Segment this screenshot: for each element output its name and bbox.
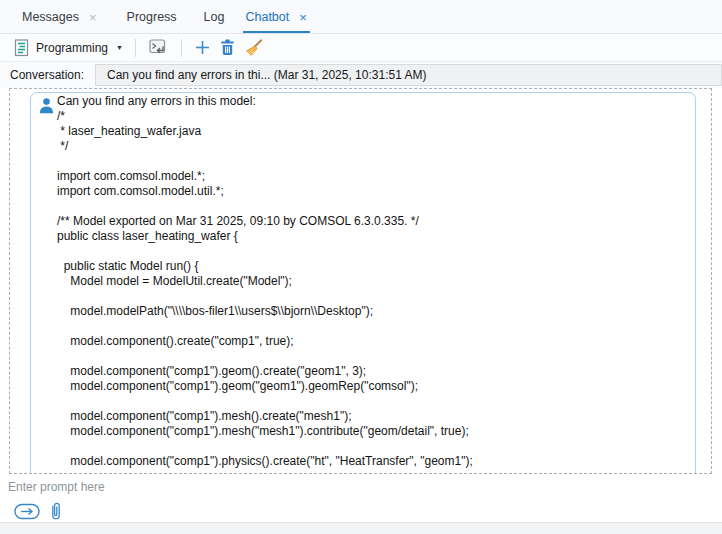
tab-label: Log (204, 10, 225, 24)
tab-label: Chatbot (245, 10, 289, 24)
tab-label: Progress (127, 10, 177, 24)
conversation-row: Conversation: Can you find any errors in… (0, 62, 722, 88)
chat-history-panel[interactable]: Can you find any errors in this model: /… (9, 88, 712, 474)
chevron-down-icon: ▼ (116, 44, 123, 51)
prompt-actions (0, 500, 722, 522)
toolbar: Programming ▼ (0, 34, 722, 62)
conversation-select[interactable]: Can you find any errors in thi... (Mar 3… (95, 64, 722, 86)
mode-label: Programming (36, 41, 108, 55)
close-icon[interactable]: × (298, 11, 308, 24)
tab-chatbot[interactable]: Chatbot × (243, 3, 309, 33)
tab-messages[interactable]: Messages × (20, 3, 100, 33)
tab-label: Messages (22, 10, 79, 24)
programming-mode-dropdown[interactable]: Programming ▼ (10, 37, 127, 59)
toolbar-separator (181, 39, 182, 57)
clear-conversation-button[interactable] (240, 37, 268, 59)
delete-conversation-button[interactable] (215, 37, 240, 58)
plus-icon (195, 40, 210, 55)
tab-progress[interactable]: Progress (125, 3, 179, 33)
user-message-text: Can you find any errors in this model: /… (57, 94, 473, 469)
programming-icon (14, 39, 30, 57)
send-button[interactable] (14, 503, 41, 520)
prompt-row (0, 474, 722, 500)
tab-bar: Messages × Progress Log Chatbot × (0, 0, 722, 34)
attach-button[interactable] (49, 501, 63, 521)
trash-icon (220, 39, 235, 56)
user-icon (39, 98, 54, 114)
prompt-input[interactable] (0, 474, 722, 500)
new-conversation-button[interactable] (190, 38, 215, 57)
tab-log[interactable]: Log (202, 3, 227, 33)
paperclip-icon (49, 501, 63, 521)
run-in-console-button[interactable] (144, 37, 173, 58)
console-return-icon (149, 39, 168, 56)
send-arrow-icon (14, 503, 41, 520)
conversation-label: Conversation: (10, 68, 84, 82)
user-message-bubble: Can you find any errors in this model: /… (30, 92, 696, 474)
bottom-strip (0, 522, 722, 534)
toolbar-separator (135, 39, 136, 57)
conversation-selected-value: Can you find any errors in thi... (Mar 3… (107, 68, 427, 82)
close-icon[interactable]: × (88, 11, 98, 24)
chatbot-panel: Messages × Progress Log Chatbot × Progra… (0, 0, 722, 534)
broom-icon (245, 39, 263, 57)
